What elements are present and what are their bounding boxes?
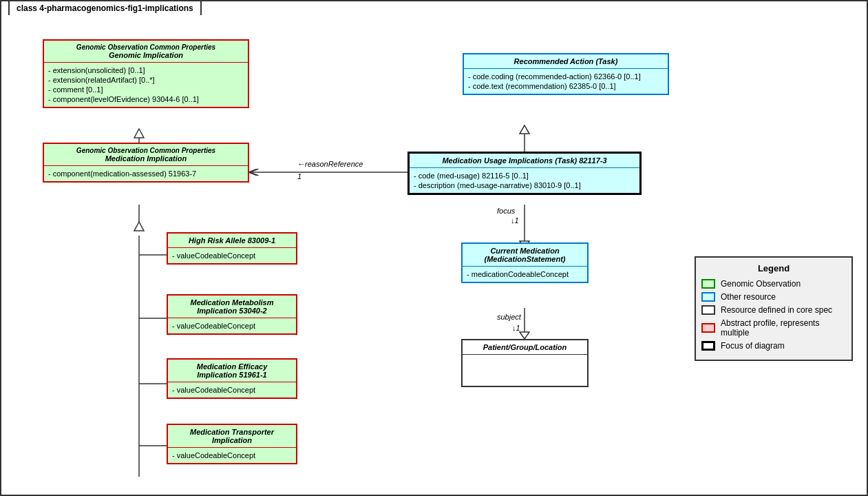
mei-attr-1: - valueCodeableConcept	[172, 385, 292, 395]
legend-label-other: Other resource	[721, 292, 776, 302]
high-risk-allele-header: High Risk Allele 83009-1	[168, 234, 296, 248]
svg-marker-12	[520, 125, 529, 134]
medication-usage-header: Medication Usage Implications (Task) 821…	[410, 154, 639, 168]
medication-implication-title: Medication Implication	[48, 154, 244, 163]
genomic-implication-box: Genomic Observation Common Properties Ge…	[43, 39, 249, 108]
medication-usage-title: Medication Usage Implications (Task) 821…	[414, 156, 635, 165]
cm-attr-1: - medicationCodeableConcept	[467, 269, 583, 279]
legend-label-focus: Focus of diagram	[721, 341, 785, 351]
patient-group-title: Patient/Group/Location	[467, 343, 583, 351]
reason-reference-label: ←reasonReference	[297, 160, 363, 168]
legend-item-genomic: Genomic Observation	[701, 279, 846, 289]
gi-attr-1: - extension(unsolicited) [0..1]	[48, 65, 244, 75]
patient-group-header: Patient/Group/Location	[463, 340, 587, 355]
legend-label-core: Resource defined in core spec	[721, 305, 832, 315]
current-medication-title: Current Medication(MedicationStatement)	[467, 247, 583, 263]
legend-title: Legend	[701, 263, 846, 273]
high-risk-allele-title: High Risk Allele 83009-1	[172, 236, 292, 245]
current-medication-box: Current Medication(MedicationStatement) …	[461, 242, 589, 283]
genomic-implication-title-small: Genomic Observation Common Properties	[48, 43, 244, 51]
svg-marker-1	[134, 129, 144, 138]
high-risk-allele-box: High Risk Allele 83009-1 - valueCodeable…	[167, 232, 297, 265]
recommended-action-title: Recommended Action (Task)	[468, 57, 664, 65]
medication-implication-body: - component(medication-assessed) 51963-7	[44, 166, 248, 181]
mmi-attr-1: - valueCodeableConcept	[172, 321, 292, 331]
medication-usage-body: - code (med-usage) 82116-5 [0..1] - desc…	[410, 168, 639, 193]
genomic-implication-header: Genomic Observation Common Properties Ge…	[44, 41, 248, 63]
current-medication-header: Current Medication(MedicationStatement)	[463, 244, 587, 267]
gi-attr-2: - extension(relatedArtifact) [0..*]	[48, 75, 244, 85]
medication-metabolism-header: Medication MetabolismImplication 53040-2	[168, 296, 296, 318]
mi-attr-1: - component(medication-assessed) 51963-7	[48, 169, 244, 178]
recommended-action-body: - code.coding (recommended-action) 62366…	[464, 69, 668, 94]
medication-efficacy-title: Medication EfficacyImplication 51961-1	[172, 362, 292, 379]
focus-label: focus	[497, 207, 515, 215]
medication-transporter-header: Medication TransporterImplication	[168, 425, 296, 448]
legend-panel: Legend Genomic Observation Other resourc…	[695, 256, 853, 361]
legend-swatch-black	[701, 341, 715, 351]
medication-metabolism-title: Medication MetabolismImplication 53040-2	[172, 298, 292, 315]
legend-item-abstract: Abstract profile, represents multiple	[701, 318, 846, 338]
medication-implication-box: Genomic Observation Common Properties Me…	[43, 143, 249, 183]
tab-label: class 4-pharmacogenomics-fig1-implicatio…	[8, 0, 202, 15]
mu-attr-1: - code (med-usage) 82116-5 [0..1]	[414, 171, 635, 180]
medication-metabolism-body: - valueCodeableConcept	[168, 318, 296, 333]
legend-item-other: Other resource	[701, 292, 846, 302]
legend-swatch-white	[701, 305, 715, 315]
svg-marker-3	[134, 222, 144, 231]
legend-swatch-cyan	[701, 292, 715, 302]
patient-group-box: Patient/Group/Location	[461, 339, 589, 387]
legend-swatch-red	[701, 323, 715, 333]
patient-group-body	[463, 355, 587, 382]
hra-attr-1: - valueCodeableConcept	[172, 251, 292, 260]
subject-num: ↓1	[512, 324, 520, 332]
current-medication-body: - medicationCodeableConcept	[463, 267, 587, 282]
subject-label: subject	[497, 313, 521, 321]
medication-efficacy-body: - valueCodeableConcept	[168, 382, 296, 397]
high-risk-allele-body: - valueCodeableConcept	[168, 248, 296, 263]
medication-usage-box: Medication Usage Implications (Task) 821…	[407, 152, 642, 195]
medication-transporter-body: - valueCodeableConcept	[168, 448, 296, 463]
svg-marker-16	[520, 332, 529, 339]
legend-swatch-green	[701, 279, 715, 289]
ra-attr-1: - code.coding (recommended-action) 62366…	[468, 72, 664, 81]
medication-implication-title-small: Genomic Observation Common Properties	[48, 147, 244, 154]
main-container: class 4-pharmacogenomics-fig1-implicatio…	[0, 0, 868, 496]
medication-efficacy-header: Medication EfficacyImplication 51961-1	[168, 360, 296, 382]
medication-transporter-box: Medication TransporterImplication - valu…	[167, 424, 297, 464]
focus-num: ↓1	[511, 216, 519, 225]
medication-transporter-title: Medication TransporterImplication	[172, 428, 292, 444]
ra-attr-2: - code.text (recommendation) 62385-0 [0.…	[468, 81, 664, 91]
mu-attr-2: - description (med-usage-narrative) 8301…	[414, 180, 635, 190]
genomic-implication-title: Genomic Implication	[48, 51, 244, 59]
reason-reference-num: 1	[297, 172, 301, 180]
gi-attr-4: - component(levelOfEvidence) 93044-6 [0.…	[48, 94, 244, 104]
medication-efficacy-box: Medication EfficacyImplication 51961-1 -…	[167, 358, 297, 399]
genomic-implication-body: - extension(unsolicited) [0..1] - extens…	[44, 63, 248, 107]
recommended-action-box: Recommended Action (Task) - code.coding …	[463, 53, 669, 95]
gi-attr-3: - comment [0..1]	[48, 85, 244, 94]
legend-item-core: Resource defined in core spec	[701, 305, 846, 315]
legend-label-abstract: Abstract profile, represents multiple	[721, 318, 846, 338]
legend-item-focus: Focus of diagram	[701, 341, 846, 351]
mti-attr-1: - valueCodeableConcept	[172, 451, 292, 460]
recommended-action-header: Recommended Action (Task)	[464, 54, 668, 69]
medication-metabolism-box: Medication MetabolismImplication 53040-2…	[167, 294, 297, 335]
medication-implication-header: Genomic Observation Common Properties Me…	[44, 144, 248, 166]
legend-label-genomic: Genomic Observation	[721, 279, 801, 289]
